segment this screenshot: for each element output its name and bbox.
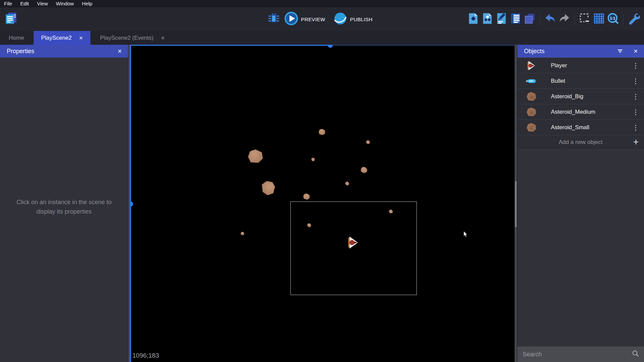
object-menu-button[interactable]: ⋮ [631,109,641,115]
redo-button[interactable] [557,12,571,26]
debug-bug-icon [268,12,280,26]
toolbar-separator [623,13,623,25]
menu-view[interactable]: View [33,0,52,7]
mouse-cursor [463,231,468,238]
asteroid-instance[interactable] [360,166,368,174]
grid-icon [593,12,605,26]
toolbar-right: 1:1 [466,12,641,26]
tab-bar: Home PlayScene2 ✕ PlayScene2 (Events) ✕ [0,31,644,45]
asteroid-instance[interactable] [248,149,263,163]
menu-bar: File Edit View Window Help [0,0,644,7]
open-layers-button[interactable] [523,12,537,26]
asteroid-icon [525,122,537,133]
properties-panel-header: Properties ✕ [0,45,128,58]
object-item-asteroid-small[interactable]: Asteroid_Small ⋮ [517,119,644,135]
object-menu-button[interactable]: ⋮ [631,93,641,100]
open-instances-button[interactable] [509,12,523,26]
object-groups-icon [481,12,494,26]
asteroid-icon [525,91,537,102]
tab-home[interactable]: Home [0,31,33,45]
scene-handle-top[interactable] [328,45,333,48]
asteroid-instance[interactable] [311,157,315,162]
settings-button[interactable] [627,12,641,26]
menu-help[interactable]: Help [78,0,96,7]
object-item-bullet[interactable]: Bullet ⋮ [517,73,644,88]
tab-playscene2[interactable]: PlayScene2 ✕ [34,31,90,45]
search-input[interactable] [523,351,632,358]
main-area: Properties ✕ Click on an instance in the… [0,45,644,362]
object-menu-button[interactable]: ⋮ [631,62,641,69]
open-properties-button[interactable] [494,12,509,26]
open-object-groups-button[interactable] [480,12,494,26]
layers-icon [523,12,536,26]
asteroid-instance[interactable] [240,231,245,236]
tab-playscene2-events[interactable]: PlayScene2 (Events) ✕ [91,31,173,45]
scene-vertical-scrollbar[interactable] [515,45,517,362]
player-ship-icon [525,60,537,71]
object-label: Player [551,62,631,69]
preview-button[interactable]: PREVIEW [284,11,330,27]
menu-window[interactable]: Window [52,0,78,7]
objects-title: Objects [524,48,545,55]
objects-search-bar [517,347,644,362]
scene-border-top [130,45,330,46]
instances-list-icon [509,12,522,26]
grid-button[interactable] [592,12,606,26]
toolbar-separator [574,13,575,25]
zoom-1-1-button[interactable]: 1:1 [606,12,620,26]
toolbar-center: PREVIEW PUBLISH [267,7,377,31]
close-icon[interactable]: ✕ [632,48,639,55]
search-icon[interactable] [632,350,639,359]
scene-handle-left[interactable] [130,202,133,207]
add-new-object-button[interactable]: Add a new object + [517,135,644,150]
cursor-coordinates-label: 1096;183 [132,352,159,359]
tab-close-icon[interactable]: ✕ [161,35,165,41]
object-menu-button[interactable]: ⋮ [631,78,641,84]
menu-file[interactable]: File [0,0,16,7]
properties-empty-message: Click on an instance in the scene to dis… [0,198,128,217]
svg-text:1:1: 1:1 [610,16,615,20]
redo-icon [558,12,571,26]
properties-pencil-icon [495,12,508,26]
close-icon[interactable]: ✕ [116,48,123,55]
object-item-player[interactable]: Player ⋮ [517,58,644,73]
asteroid-instance[interactable] [365,139,371,145]
menu-edit[interactable]: Edit [16,0,33,7]
asteroid-icon [525,107,537,117]
object-menu-button[interactable]: ⋮ [631,124,641,131]
asteroid-instance[interactable] [345,181,350,186]
zoom-1-1-icon: 1:1 [607,12,619,26]
properties-panel: Properties ✕ Click on an instance in the… [0,45,128,362]
object-item-asteroid-medium[interactable]: Asteroid_Medium ⋮ [517,104,644,119]
toolbar-separator [540,13,540,25]
objects-panel: Objects ✕ Player ⋮ [517,45,644,362]
publish-label: PUBLISH [350,16,372,22]
preview-label: PREVIEW [301,16,325,22]
tab-close-icon[interactable]: ✕ [79,35,83,41]
open-objects-button[interactable] [466,12,480,26]
marquee-remove-icon [578,12,591,26]
project-manager-icon [4,11,18,27]
objects-panel-empty-space [517,150,644,347]
plus-icon[interactable]: + [633,137,639,147]
delete-selection-button[interactable] [578,12,592,26]
object-label: Asteroid_Medium [551,109,631,115]
player-instance[interactable] [348,237,359,249]
project-manager-button[interactable] [3,11,19,27]
filter-icon[interactable] [617,48,623,55]
object-item-asteroid-big[interactable]: Asteroid_Big ⋮ [517,88,644,104]
publish-button[interactable]: PUBLISH [333,11,377,27]
undo-button[interactable] [543,12,557,26]
preview-play-icon [284,11,298,27]
tab-label: PlayScene2 (Events) [100,35,154,41]
scene-canvas[interactable]: 1096;183 [130,45,517,362]
asteroid-instance[interactable] [261,180,276,196]
asteroid-instance[interactable] [303,193,311,201]
object-label: Asteroid_Small [551,124,631,131]
bullet-icon [525,76,537,86]
wrench-icon [627,12,640,26]
debug-button[interactable] [267,12,281,26]
tab-label: PlayScene2 [41,35,72,41]
scrollbar-thumb[interactable] [515,181,517,227]
asteroid-instance[interactable] [318,128,326,135]
